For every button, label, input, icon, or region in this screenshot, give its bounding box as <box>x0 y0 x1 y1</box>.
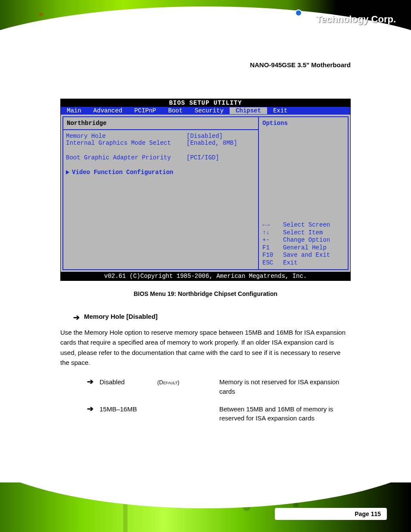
bios-body: Northbridge Memory Hole [Disabled] Inter… <box>61 115 350 272</box>
top-banner: E ® Technology Corp. <box>0 0 411 48</box>
arrow-right-icon: ➔ <box>87 405 93 413</box>
row-internal-graphics[interactable]: Internal Graphics Mode Select [Enabled, … <box>66 140 255 146</box>
row-boot-adapter-priority[interactable]: Boot Graphic Adapter Priority [PCI/IGD] <box>66 154 255 161</box>
registered-mark: ® <box>310 16 314 22</box>
tab-chipset[interactable]: Chipset <box>230 107 267 114</box>
tab-boot[interactable]: Boot <box>162 107 189 114</box>
key-help: ←→Select Screen ↑↓Select Item +-Change O… <box>262 221 344 267</box>
option-key: Disabled <box>100 378 151 386</box>
keyhelp-key: ESC <box>262 259 283 267</box>
page-number: Page 115 <box>355 510 381 517</box>
section-heading: Northbridge <box>66 119 255 129</box>
row-memory-hole[interactable]: Memory Hole [Disabled] <box>66 133 255 140</box>
page-number-box: Page 115 <box>275 508 387 520</box>
row-label: Internal Graphics Mode Select <box>66 140 187 146</box>
options-heading: Options <box>262 120 344 127</box>
arrow-right-icon: ➔ <box>73 314 80 321</box>
tab-security[interactable]: Security <box>189 107 230 114</box>
bios-left-pane: Northbridge Memory Hole [Disabled] Inter… <box>62 116 258 270</box>
row-label: Boot Graphic Adapter Priority <box>66 154 187 161</box>
option-default-tag: (Default) <box>157 379 213 386</box>
tab-main[interactable]: Main <box>61 107 87 114</box>
keyhelp-desc: Change Option <box>283 236 330 244</box>
arrow-right-icon: ➔ <box>87 378 93 386</box>
bios-right-pane: Options ←→Select Screen ↑↓Select Item +-… <box>258 116 349 270</box>
keyhelp-desc: Save and Exit <box>283 252 330 259</box>
tab-pcipnp[interactable]: PCIPnP <box>128 107 162 114</box>
tab-advanced[interactable]: Advanced <box>87 107 128 114</box>
keyhelp-key: F1 <box>262 244 283 252</box>
bios-tab-bar: Main Advanced PCIPnP Boot Security Chips… <box>61 107 350 115</box>
bottom-banner: Page 115 <box>0 482 411 532</box>
keyhelp-key: ←→ <box>262 221 283 229</box>
brand-text: Technology Corp. <box>316 14 396 25</box>
keyhelp-key: ↑↓ <box>262 229 283 237</box>
option-heading-memory-hole: ➔ Memory Hole [Disabled] <box>73 313 351 321</box>
submenu-video-function[interactable]: Video Function Configuration <box>66 169 255 176</box>
keyhelp-desc: Select Item <box>283 229 323 237</box>
keyhelp-desc: Select Screen <box>283 221 330 229</box>
option-value-desc: Memory is not reserved for ISA expansion… <box>219 377 351 396</box>
keyhelp-desc: Exit <box>283 259 298 267</box>
option-description: Use the Memory Hole option to reserve me… <box>60 327 351 367</box>
tab-exit[interactable]: Exit <box>267 107 294 114</box>
keyhelp-desc: General Help <box>283 244 327 252</box>
bios-window: BIOS SETUP UTILITY Main Advanced PCIPnP … <box>60 99 351 281</box>
brand-logo: E ® Technology Corp. <box>290 9 396 29</box>
iei-logo-mark: E <box>290 9 307 29</box>
product-title: NANO-945GSE 3.5" Motherboard <box>60 61 351 68</box>
row-value: [Enabled, 8MB] <box>187 140 237 146</box>
swoosh-bottom <box>0 482 411 508</box>
section-divider <box>63 129 258 130</box>
option-key: 15MB–16MB <box>100 405 151 413</box>
bios-footer: v02.61 (C)Copyright 1985-2006, American … <box>61 272 350 280</box>
option-value-desc: Between 15MB and 16MB of memory is reser… <box>219 404 351 423</box>
option-value-disabled: ➔ Disabled (Default) Memory is not reser… <box>87 377 351 396</box>
bios-title-bar: BIOS SETUP UTILITY <box>61 99 350 107</box>
submenu-label: Video Function Configuration <box>72 169 173 176</box>
keyhelp-key: +- <box>262 236 283 244</box>
option-heading-text: Memory Hole [Disabled] <box>84 313 158 320</box>
triangle-right-icon <box>66 170 69 174</box>
row-value: [PCI/IGD] <box>187 154 219 161</box>
row-value: [Disabled] <box>187 133 223 140</box>
row-label: Memory Hole <box>66 133 187 140</box>
page-content: NANO-945GSE 3.5" Motherboard BIOS SETUP … <box>0 48 411 482</box>
figure-caption: BIOS Menu 19: Northbridge Chipset Config… <box>60 290 351 297</box>
option-value-15-16mb: ➔ 15MB–16MB Between 15MB and 16MB of mem… <box>87 404 351 423</box>
keyhelp-key: F10 <box>262 252 283 259</box>
